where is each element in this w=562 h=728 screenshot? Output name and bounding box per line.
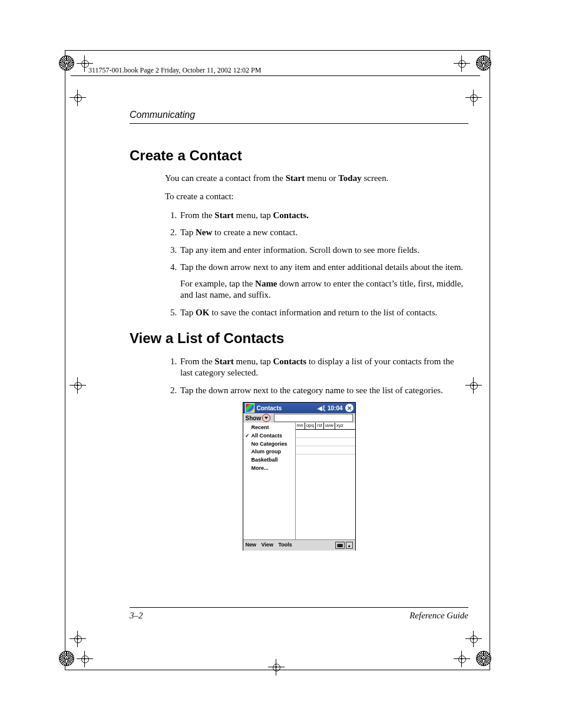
crosshair-icon bbox=[454, 651, 470, 667]
page-content: Communicating Create a Contact You can c… bbox=[130, 109, 468, 551]
text: to create a new contact. bbox=[212, 228, 297, 237]
dd-no-categories: No Categories bbox=[243, 440, 295, 449]
dd-more: More... bbox=[243, 465, 295, 473]
heading-create-contact: Create a Contact bbox=[130, 146, 468, 164]
step-5: Tap OK to save the contact information a… bbox=[179, 307, 468, 319]
footer-rule bbox=[130, 607, 468, 608]
up-arrow-icon: ▴ bbox=[346, 542, 353, 549]
dd-recent: Recent bbox=[243, 424, 295, 432]
lead-paragraph: To create a contact: bbox=[165, 191, 468, 203]
menu-left: New View Tools bbox=[246, 542, 296, 549]
intro-paragraph: You can create a contact from the Start … bbox=[165, 173, 468, 185]
show-dropdown-arrow-icon bbox=[262, 414, 270, 422]
pda-screenshot: Contacts ◀ξ 10:04 ✕ Show Recent All Cont… bbox=[243, 402, 356, 551]
heading-view-contacts: View a List of Contacts bbox=[130, 329, 468, 347]
page-number: 3–2 bbox=[130, 611, 143, 621]
bold-start: Start bbox=[286, 173, 305, 183]
bold: Contacts. bbox=[273, 210, 309, 220]
registration-mark-icon bbox=[59, 55, 74, 71]
bold: Name bbox=[255, 279, 277, 288]
bold: Contacts bbox=[273, 357, 307, 366]
menu-tools: Tools bbox=[278, 542, 292, 548]
pda-title: Contacts bbox=[257, 404, 316, 412]
text: menu, tap bbox=[234, 210, 273, 220]
registration-mark-icon bbox=[476, 55, 491, 71]
header-rule bbox=[71, 75, 480, 76]
keyboard-icon: ⌨ bbox=[335, 542, 345, 549]
text: menu or bbox=[305, 173, 338, 183]
bold-today: Today bbox=[338, 173, 361, 183]
crosshair-icon bbox=[70, 90, 86, 106]
crosshair-icon bbox=[454, 55, 470, 72]
text: From the bbox=[180, 357, 214, 366]
bold: Start bbox=[214, 357, 234, 366]
dd-basketball: Basketball bbox=[243, 456, 295, 465]
step-1: From the Start menu, tap Contacts to dis… bbox=[179, 356, 468, 379]
menu-new: New bbox=[246, 542, 257, 548]
registration-mark-icon bbox=[59, 651, 74, 666]
text: You can create a contact from the bbox=[165, 173, 286, 183]
bold: OK bbox=[196, 308, 209, 317]
crosshair-icon bbox=[70, 377, 86, 394]
text: menu, tap bbox=[234, 357, 273, 366]
crosshair-icon bbox=[77, 651, 93, 667]
crosshair-icon bbox=[268, 659, 285, 676]
crosshair-icon bbox=[465, 631, 482, 647]
close-icon: ✕ bbox=[345, 404, 353, 412]
step-2: Tap New to create a new contact. bbox=[179, 227, 468, 239]
step-1: From the Start menu, tap Contacts. bbox=[179, 210, 468, 222]
step-4-example: For example, tap the Name down arrow to … bbox=[180, 278, 468, 301]
bold: Start bbox=[214, 210, 234, 220]
step-4: Tap the down arrow next to any item and … bbox=[179, 262, 468, 301]
alpha-tab: xyz bbox=[335, 423, 345, 429]
guide-label: Reference Guide bbox=[409, 611, 468, 621]
text: Tap bbox=[180, 308, 196, 317]
running-head: Communicating bbox=[130, 109, 468, 121]
create-steps: From the Start menu, tap Contacts. Tap N… bbox=[130, 210, 468, 319]
crosshair-icon bbox=[465, 90, 482, 106]
text: to save the contact information and retu… bbox=[209, 308, 437, 317]
book-stamp: 311757-001.book Page 2 Friday, October 1… bbox=[88, 66, 261, 75]
list-row bbox=[296, 438, 355, 446]
registration-mark-icon bbox=[476, 651, 491, 666]
menu-view: View bbox=[262, 542, 273, 548]
running-head-rule bbox=[130, 123, 468, 124]
step-3: Tap any item and enter information. Scro… bbox=[179, 245, 468, 256]
list-row bbox=[296, 446, 355, 454]
pda-menubar: New View Tools ⌨ ▴ bbox=[243, 539, 355, 551]
pda-titlebar: Contacts ◀ξ 10:04 ✕ bbox=[243, 403, 355, 413]
crosshair-icon bbox=[70, 631, 86, 647]
text: From the bbox=[180, 210, 214, 220]
dd-alum-group: Alum group bbox=[243, 448, 295, 456]
alpha-tabs: mn opq rst uvw xyz bbox=[296, 423, 355, 429]
alpha-tab: mn bbox=[296, 423, 305, 429]
start-flag-icon bbox=[245, 403, 254, 413]
pda-clock: 10:04 bbox=[328, 404, 343, 412]
alpha-tab: rst bbox=[315, 423, 323, 429]
category-dropdown: Recent All Contacts No Categories Alum g… bbox=[243, 423, 296, 539]
speaker-icon: ◀ξ bbox=[318, 404, 325, 412]
document-page: 311757-001.book Page 2 Friday, October 1… bbox=[0, 0, 562, 728]
view-steps: From the Start menu, tap Contacts to dis… bbox=[130, 356, 468, 397]
pda-search-box bbox=[274, 414, 352, 422]
alpha-tab: opq bbox=[305, 423, 315, 429]
pda-list-area: mn opq rst uvw xyz bbox=[296, 423, 355, 539]
bold: New bbox=[196, 228, 212, 237]
text: For example, tap the bbox=[180, 279, 255, 288]
dd-all-contacts: All Contacts bbox=[243, 432, 295, 440]
show-label: Show bbox=[246, 414, 262, 422]
page-footer: 3–2 Reference Guide bbox=[130, 611, 468, 621]
step-2: Tap the down arrow next to the category … bbox=[179, 385, 468, 397]
text: Tap the down arrow next to any item and … bbox=[180, 262, 463, 272]
pda-toolbar: Show bbox=[243, 413, 355, 423]
sip-controls: ⌨ ▴ bbox=[335, 542, 353, 549]
text: Tap bbox=[180, 228, 196, 237]
pda-body: Recent All Contacts No Categories Alum g… bbox=[243, 423, 355, 539]
text: screen. bbox=[362, 173, 389, 183]
alpha-tab: uvw bbox=[323, 423, 335, 429]
list-row bbox=[296, 430, 355, 438]
